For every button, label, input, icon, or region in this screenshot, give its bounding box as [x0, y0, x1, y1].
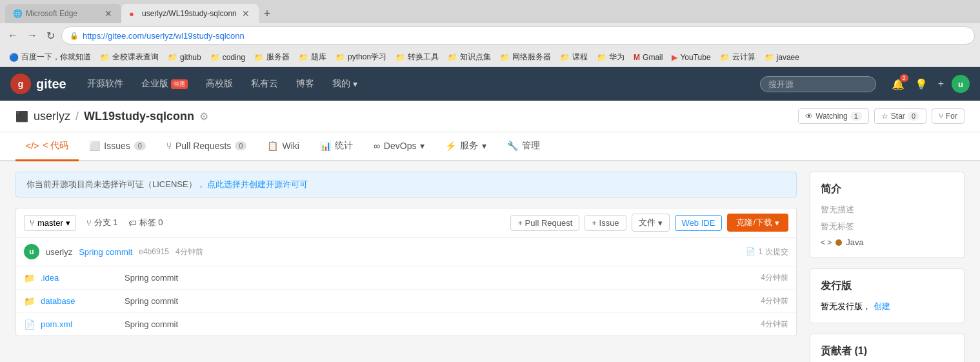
tab-devops[interactable]: ∞ DevOps ▾ — [363, 132, 435, 161]
browser-chrome: 🌐 Microsoft Edge ✕ ● userlyz/WL19study-s… — [0, 0, 980, 67]
bookmark-baidu-label: 百度一下，你就知道 — [21, 52, 91, 63]
bookmark-huawei[interactable]: 📁 华为 — [593, 50, 628, 64]
bookmark-schedule[interactable]: 📁 全校课表查询 — [96, 50, 163, 64]
user-avatar[interactable]: u — [952, 75, 970, 93]
tab-issues[interactable]: ⬜ Issues 0 — [79, 132, 156, 161]
star-button[interactable]: ☆ Star 0 — [874, 108, 926, 124]
python-icon: 📁 — [335, 53, 345, 62]
repo-slash: / — [75, 110, 79, 123]
nav-opensource[interactable]: 开源软件 — [79, 74, 131, 94]
bookmark-network[interactable]: 📁 网络服务器 — [496, 50, 555, 64]
lamp-icon[interactable]: 💡 — [912, 75, 930, 93]
bookmark-youtube[interactable]: ▶ YouTube — [668, 52, 714, 63]
file-time-database: 4分钟前 — [761, 296, 788, 307]
bookmark-convert[interactable]: 📁 转换工具 — [392, 50, 443, 64]
add-button[interactable]: + — [935, 75, 946, 92]
tab-code-label: < 代码 — [43, 140, 68, 152]
bookmark-coding-label: coding — [223, 53, 245, 62]
watching-button[interactable]: 👁 Watching 1 — [798, 108, 869, 124]
tab-stats[interactable]: 📊 统计 — [310, 132, 363, 161]
nav-enterprise[interactable]: 企业版 特惠 — [134, 74, 195, 94]
bookmark-baidu[interactable]: 🔵 百度一下，你就知道 — [5, 50, 95, 64]
tab-2[interactable]: ● userlyz/WL19study-sqlconn ✕ — [121, 4, 259, 23]
commit-message[interactable]: Spring commit — [79, 247, 132, 257]
repo-owner[interactable]: userlyz — [34, 110, 70, 123]
file-commit-pom: Spring commit — [125, 319, 754, 329]
clone-download-button[interactable]: 克隆/下载 ▾ — [727, 214, 788, 232]
bookmark-gmail[interactable]: M Gmail — [630, 52, 666, 63]
tab-bar: 🌐 Microsoft Edge ✕ ● userlyz/WL19study-s… — [0, 0, 980, 23]
server-icon: 📁 — [254, 53, 264, 62]
bookmark-questions[interactable]: 📁 题库 — [295, 50, 330, 64]
tab1-close[interactable]: ✕ — [103, 8, 114, 19]
commit-hash[interactable]: e4b6915 — [139, 247, 169, 256]
gitee-logo[interactable]: g gitee — [10, 74, 66, 94]
nav-private[interactable]: 私有云 — [243, 74, 286, 94]
star-icon: ☆ — [881, 112, 888, 121]
fork-button[interactable]: ⑂ For — [932, 108, 965, 124]
bookmark-python[interactable]: 📁 python学习 — [332, 50, 390, 64]
bookmark-convert-label: 转换工具 — [408, 52, 439, 63]
bookmark-github[interactable]: 📁 github — [164, 52, 205, 63]
nav-enterprise-label: 企业版 — [141, 78, 168, 90]
repo-sidebar: 简介 暂无描述 暂无标签 < > Java 发行版 暂无发行版， 创建 贡献者 … — [797, 172, 965, 362]
web-ide-button[interactable]: Web IDE — [675, 215, 723, 231]
issue-button[interactable]: + Issue — [585, 215, 626, 231]
lang-icon: < > — [821, 238, 832, 247]
repo-type-icon: ⬛ — [15, 110, 28, 123]
tab-wiki[interactable]: 📋 Wiki — [257, 132, 309, 161]
notification-button[interactable]: 🔔 2 — [889, 75, 907, 93]
release-section: 发行版 暂无发行版， 创建 — [810, 268, 965, 323]
license-text: 你当前开源项目尚未选择许可证（LICENSE）， — [26, 179, 205, 189]
bookmark-server-label: 服务器 — [266, 52, 290, 63]
bookmark-coding[interactable]: 📁 coding — [206, 52, 249, 63]
repo-settings-icon[interactable]: ⚙ — [199, 110, 208, 123]
github-icon: 📁 — [168, 53, 177, 62]
nav-university[interactable]: 高校版 — [198, 74, 241, 94]
pull-request-button[interactable]: + Pull Request — [510, 215, 579, 231]
create-release-link[interactable]: 创建 — [874, 301, 890, 311]
release-title: 发行版 — [821, 279, 954, 293]
repo-name[interactable]: WL19study-sqlconn — [84, 110, 194, 123]
gitee-logo-text: gitee — [36, 77, 66, 92]
bookmark-server[interactable]: 📁 服务器 — [250, 50, 294, 64]
tab-1[interactable]: 🌐 Microsoft Edge ✕ — [5, 4, 121, 23]
repo-title: ⬛ userlyz / WL19study-sqlconn ⚙ — [15, 110, 208, 123]
refresh-button[interactable]: ↻ — [44, 27, 57, 45]
tab-services[interactable]: ⚡ 服务 ▾ — [435, 132, 497, 161]
header-icons: 🔔 2 💡 + u — [889, 75, 970, 93]
branch-selector[interactable]: ⑂ master ▾ — [24, 215, 76, 231]
gitee-search-input[interactable] — [760, 76, 876, 92]
gitee-logo-icon: g — [10, 74, 31, 94]
file-name-database[interactable]: database — [41, 296, 118, 306]
controls-right: + Pull Request + Issue 文件 ▾ Web IDE 克隆/下… — [510, 214, 788, 232]
nav-mine[interactable]: 我的 ▾ — [325, 74, 365, 94]
file-name-pom[interactable]: pom.xml — [41, 319, 118, 329]
watching-label: Watching — [815, 112, 848, 121]
devops-dropdown-icon: ▾ — [420, 141, 425, 151]
tab-pullrequests[interactable]: ⑂ Pull Requests 0 — [156, 132, 257, 161]
bookmark-youtube-label: YouTube — [680, 53, 710, 62]
bookmark-knowledge[interactable]: 📁 知识点集 — [444, 50, 495, 64]
address-bar[interactable]: 🔒 https://gitee.com/userlyz/wl19study-sq… — [61, 26, 975, 45]
bookmark-course[interactable]: 📁 课程 — [556, 50, 592, 64]
tab-code[interactable]: </> < 代码 — [15, 132, 79, 161]
bookmark-javaee[interactable]: 📁 javaee — [761, 52, 803, 63]
file-button[interactable]: 文件 ▾ — [632, 214, 670, 232]
lang-label: Java — [846, 237, 863, 247]
tab-admin[interactable]: 🔧 管理 — [497, 132, 550, 161]
bookmark-huawei-label: 华为 — [609, 52, 625, 63]
forward-button[interactable]: → — [25, 27, 40, 44]
license-link[interactable]: 点此选择并创建开源许可可 — [207, 179, 308, 189]
bookmark-cloud[interactable]: 📁 云计算 — [716, 50, 759, 64]
tab2-close[interactable]: ✕ — [241, 8, 251, 19]
repo-header: ⬛ userlyz / WL19study-sqlconn ⚙ 👁 Watchi… — [0, 101, 980, 132]
nav-blog[interactable]: 博客 — [288, 74, 322, 94]
new-tab-button[interactable]: + — [259, 7, 276, 21]
file-name-idea[interactable]: .idea — [41, 273, 118, 283]
back-button[interactable]: ← — [5, 27, 21, 44]
services-dropdown-icon: ▾ — [482, 141, 486, 151]
commit-author-name[interactable]: userlyz — [46, 247, 72, 257]
table-row: 📁 .idea Spring commit 4分钟前 — [16, 266, 796, 290]
tab-admin-label: 管理 — [522, 140, 540, 152]
